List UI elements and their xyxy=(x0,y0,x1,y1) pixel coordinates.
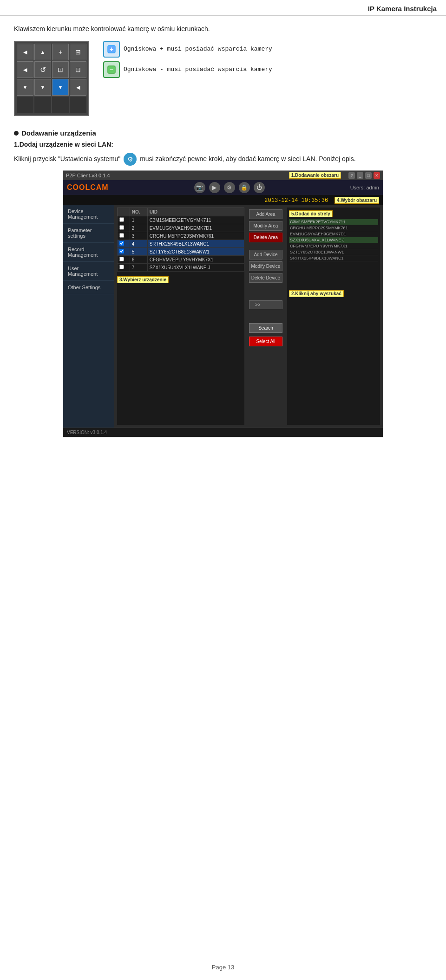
app-logo: COOLCAM xyxy=(67,183,109,192)
sidebar-item-user-management[interactable]: User Management xyxy=(63,262,114,281)
topbar-settings-icon[interactable]: ⚙ xyxy=(224,182,235,193)
step1-desc-after: musi zakończyć pewne kroki, aby dodać ka… xyxy=(140,155,356,162)
btn-transfer[interactable]: >> xyxy=(249,300,282,309)
step1-title: 1.Dodaj urządzenie w sieci LAN: xyxy=(14,141,432,148)
page-number: Page 13 xyxy=(212,964,234,971)
annotation-add-area: 1.Dodawanie obszaru xyxy=(289,171,341,179)
btn-select-all[interactable]: Select All xyxy=(249,337,282,346)
focal-plus-icon: + xyxy=(103,41,120,58)
top-section: ◀ ▲ + ⊞ ◀ ↺ ⊡ ⊡ ▼ ▼ ▼ ◀ xyxy=(14,41,432,116)
right-panel-item[interactable]: CFGHVM7EPU Y9VHYMK7X1 xyxy=(289,243,378,249)
btn-modify-device[interactable]: Modify Device xyxy=(249,261,282,271)
topbar-power-icon[interactable]: ⏻ xyxy=(254,182,265,193)
right-panel-item[interactable]: CRGHU M5PPC29SMYMK761 xyxy=(289,225,378,231)
row-no: 1 xyxy=(130,216,147,224)
topbar-lock-icon[interactable]: 🔒 xyxy=(239,182,250,193)
sidebar-item-device-management[interactable]: Device Management xyxy=(63,205,114,224)
app-topbar: COOLCAM 📷 ▶ ⚙ 🔒 ⏻ Users: admn xyxy=(63,180,383,195)
dpad-btn-rec2[interactable]: ⊡ xyxy=(70,61,86,78)
dpad-empty-1 xyxy=(17,97,33,113)
sidebar-item-other-settings[interactable]: Other Settings xyxy=(63,281,114,294)
settings-icon: ⚙ xyxy=(124,153,137,166)
action-buttons: Add Area Modify Area Delete Area Add Dev… xyxy=(247,208,284,425)
table-row[interactable]: 6 CFGHVM7EPU Y9VHYMK7X1 xyxy=(118,256,244,264)
focal-minus-row: − Ogniskowa - musi posiadać wsparcia kam… xyxy=(103,61,432,78)
table-row[interactable]: 7 SZX1XU5U4XVLX1LWANE J xyxy=(118,264,244,272)
sidebar-item-record-management[interactable]: Record Management xyxy=(63,243,114,262)
row-no: 4 xyxy=(130,240,147,248)
dpad-btn-down[interactable]: ▼ xyxy=(34,79,51,96)
right-panel-item[interactable]: C3M1SMEEK2ETVGYMK711 xyxy=(289,219,378,225)
dpad-empty-4 xyxy=(70,97,86,113)
select-device-annotation-container: 3.Wybierz urządzenie xyxy=(117,275,244,283)
titlebar-minimize[interactable]: _ xyxy=(357,172,363,179)
dpad-btn-center[interactable]: ↺ xyxy=(34,61,51,78)
device-table-area: NO. UID 1 C3M1SMEEK2ETVGYMK711 xyxy=(117,208,244,425)
annotation-click-search-container: 2.Kliknij aby wyszukać xyxy=(289,289,378,297)
table-row[interactable]: 3 CRGHU M5PPC29SMYMK761 xyxy=(118,232,244,240)
row-uid: SZT1Y652CTB8E13WANW1 xyxy=(147,248,244,256)
table-row[interactable]: 2 EVM1UG6YVAEH9GEMK7D1 xyxy=(118,224,244,232)
right-panel-item[interactable]: SZT1Y652CTB8E13WANW1 xyxy=(289,249,378,255)
focal-minus-icon: − xyxy=(103,61,120,78)
btn-search[interactable]: Search xyxy=(249,323,282,333)
table-row[interactable]: 5 SZT1Y652CTB8E13WANW1 xyxy=(118,248,244,256)
right-panel-item[interactable]: SZX1XU5U4XVLX1LWANE J xyxy=(289,237,378,243)
bullet-icon xyxy=(14,131,19,136)
annotation-add-area-label: 1.Dodawanie obszaru xyxy=(289,172,341,179)
btn-delete-area[interactable]: Delete Area xyxy=(249,233,282,242)
dpad-btn-down-active[interactable]: ▼ xyxy=(52,79,69,96)
row-checkbox[interactable] xyxy=(118,248,130,256)
spacer3 xyxy=(249,311,282,320)
row-checkbox[interactable] xyxy=(118,224,130,232)
titlebar-maximize[interactable]: □ xyxy=(365,172,372,179)
dpad-btn-downleft[interactable]: ▼ xyxy=(17,79,33,96)
row-no: 7 xyxy=(130,264,147,272)
btn-delete-device[interactable]: Delete Device xyxy=(249,273,282,283)
sidebar-item-parameter-settings[interactable]: Parameter settings xyxy=(63,224,114,243)
titlebar-question[interactable]: ? xyxy=(348,172,355,179)
topbar-icons: 📷 ▶ ⚙ 🔒 ⏻ xyxy=(194,182,265,193)
app-sidebar: Device Management Parameter settings Rec… xyxy=(63,205,114,428)
focal-desc: + Ogniskowa + musi posiadać wsparcia kam… xyxy=(103,41,432,82)
focal-minus-text: Ogniskowa - musi posiadać wsparcia kamer… xyxy=(124,65,272,75)
btn-add-area[interactable]: Add Area xyxy=(249,209,282,219)
dpad-btn-up[interactable]: ▲ xyxy=(34,44,51,60)
dpad-btn-right[interactable]: ◀ xyxy=(70,79,86,96)
dpad-btn-left[interactable]: ◀ xyxy=(17,61,33,78)
step1-desc-before: Kliknij przycisk "Ustawienia systemu" xyxy=(14,155,120,162)
btn-modify-area[interactable]: Modify Area xyxy=(249,221,282,231)
row-checkbox[interactable] xyxy=(118,232,130,240)
row-checkbox[interactable] xyxy=(118,264,130,272)
right-panel-item[interactable]: EVM1UG6YVAEH9GEMK7D1 xyxy=(289,231,378,237)
dpad-btn-zoomin[interactable]: + xyxy=(52,44,69,60)
page-header: IP Kamera Instrukcja xyxy=(0,0,446,16)
dpad-btn-upleft[interactable]: ◀ xyxy=(17,44,33,60)
annotation-click-search: 2.Kliknij aby wyszukać xyxy=(289,290,344,297)
topbar-camera-icon[interactable]: 📷 xyxy=(194,182,205,193)
table-row[interactable]: 4 SRTHX25K49BLX13WANC1 xyxy=(118,240,244,248)
row-no: 5 xyxy=(130,248,147,256)
dpad-btn-snapshot[interactable]: ⊞ xyxy=(70,44,86,60)
datetime: 2013-12-14 10:35:36 xyxy=(264,197,328,204)
dpad-btn-rec1[interactable]: ⊡ xyxy=(52,61,69,78)
btn-add-device[interactable]: Add Device xyxy=(249,250,282,260)
titlebar-close[interactable]: ✕ xyxy=(374,172,380,179)
step1-desc: Kliknij przycisk "Ustawienia systemu" ⚙ … xyxy=(14,153,432,166)
right-panel-item[interactable]: SRTHX25K49BLX13WANC1 xyxy=(289,255,378,261)
topbar-play-icon[interactable]: ▶ xyxy=(209,182,220,193)
app-title: P2P Client-v3.0.1.4 xyxy=(66,173,110,178)
spacer xyxy=(249,244,282,248)
row-uid: EVM1UG6YVAEH9GEMK7D1 xyxy=(147,224,244,232)
row-checkbox[interactable] xyxy=(118,256,130,264)
dpad: ◀ ▲ + ⊞ ◀ ↺ ⊡ ⊡ ▼ ▼ ▼ ◀ xyxy=(14,41,89,116)
row-checkbox[interactable] xyxy=(118,240,130,248)
annotation-select-device: 3.Wybierz urządzenie xyxy=(117,276,169,283)
row-checkbox[interactable] xyxy=(118,216,130,224)
table-row[interactable]: 1 C3M1SMEEK2ETVGYMK711 xyxy=(118,216,244,224)
page-title: IP Kamera Instrukcja xyxy=(368,5,437,13)
page-footer: Page 13 xyxy=(0,964,446,971)
intro-text: Klawiszem kierunku może kontrolować kame… xyxy=(14,25,432,32)
right-panel: 5.Dodać do strefy C3M1SMEEK2ETVGYMK711 C… xyxy=(287,208,380,425)
spacer2 xyxy=(249,285,282,299)
